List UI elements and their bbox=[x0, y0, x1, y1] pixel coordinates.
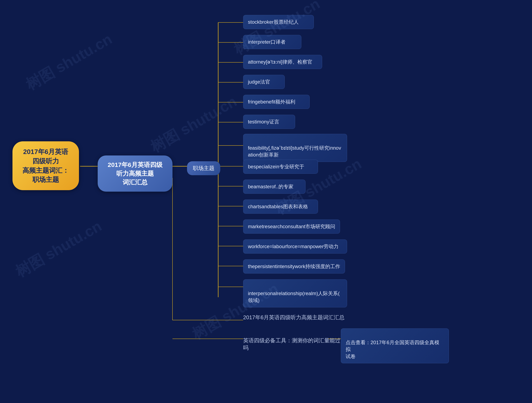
vocab-node-9: beamasterof..的专家 bbox=[243, 179, 305, 194]
vocab-node-13: thepersistentintensitywork持续强度的工作 bbox=[243, 259, 345, 274]
root-node: 2017年6月英语四级听力 高频主题词汇：职场主题 bbox=[13, 141, 79, 190]
vocab-node-7: feasibility[ˌfizəˈbɪlɪti]study可行性研究innov… bbox=[243, 134, 347, 162]
vocab-node-11: marketresearchconsultant市场研究顾问 bbox=[243, 219, 340, 234]
vocab-node-2: interpreter口译者 bbox=[243, 35, 301, 49]
vocab-node-1: stockbroker股票经纪人 bbox=[243, 15, 314, 29]
vocab-node-10: chartsandtables图表和表格 bbox=[243, 199, 318, 214]
vocab-node-12: workforce=labourforce=manpower劳动力 bbox=[243, 239, 347, 254]
vocab-node-5: fringebenefit额外福利 bbox=[243, 95, 310, 109]
vocab-node-4: judge法官 bbox=[243, 75, 285, 89]
vocab-node-3: attorney[ə'tɜːni]律师、检察官 bbox=[243, 55, 322, 69]
bottom-node-1[interactable]: 2017年6月英语四级听力高频主题词汇汇总 bbox=[243, 314, 345, 321]
bottom-node-2[interactable]: 英语四级必备工具：测测你的词汇量能过四级 吗 bbox=[243, 331, 351, 352]
mid-node: 2017年6月英语四级听力高频主题 词汇汇总 bbox=[98, 155, 172, 192]
branch-label: 职场主题 bbox=[187, 161, 220, 175]
vocab-node-6: testimony证言 bbox=[243, 115, 295, 129]
vocab-node-8: bespecializein专业研究于 bbox=[243, 160, 318, 174]
vocab-node-14: interpersonalrelationship(realm)人际关系( 领域… bbox=[243, 279, 347, 307]
bottom-node-3[interactable]: 点击查看：2017年6月全国英语四级全真模拟 试卷 bbox=[341, 328, 449, 363]
